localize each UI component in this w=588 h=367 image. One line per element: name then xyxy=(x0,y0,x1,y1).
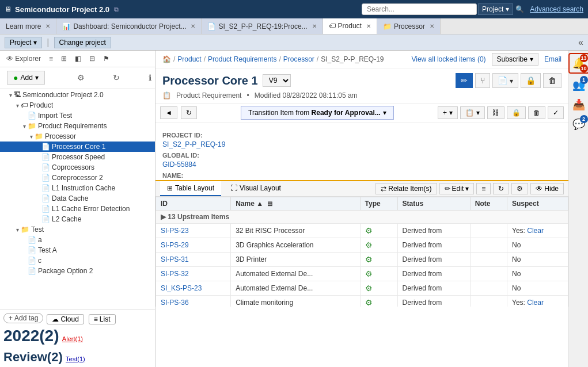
tree-item-processor[interactable]: ▾ 📁 Processor xyxy=(0,131,155,142)
tree-item-c[interactable]: 📄 c xyxy=(0,255,155,266)
cloud-button[interactable]: ☁ Cloud xyxy=(47,314,84,324)
id-link[interactable]: SI-PS-32 xyxy=(161,270,189,278)
breadcrumb-product-req[interactable]: Product Requirements xyxy=(208,55,276,63)
id-link[interactable]: SI_KS-PS-23 xyxy=(161,284,202,292)
filter-button[interactable]: ≡ xyxy=(476,183,491,194)
tree-item-processor-core-1[interactable]: 📄 Processor Core 1 xyxy=(0,142,155,152)
followers-button[interactable]: 👥 1 xyxy=(571,77,587,93)
tab-visual-layout[interactable]: ⛶ Visual Layout xyxy=(223,181,288,196)
settings-table-button[interactable]: ⚙ xyxy=(511,183,528,194)
lock-icon-btn[interactable]: 🔒 xyxy=(507,106,526,119)
tab-product[interactable]: 🏷 Product ✕ xyxy=(323,18,377,35)
alert-badge[interactable]: Alert(1) xyxy=(62,335,83,342)
tree-item-product[interactable]: ▾ 🏷 Product xyxy=(0,100,155,110)
global-id-value[interactable]: GID-55884 xyxy=(162,160,562,169)
tab-learn-more[interactable]: Learn more ✕ xyxy=(0,18,56,35)
project-id-value[interactable]: SI_S2_P-P_REQ-19 xyxy=(162,140,562,148)
table-row: SI-PS-36 Climate monitoring ⚙ Derived fr… xyxy=(156,296,568,307)
refresh-table-button[interactable]: ↻ xyxy=(493,183,509,194)
id-link[interactable]: SI-PS-31 xyxy=(161,255,189,263)
tree-item-coreprocessor2[interactable]: 📄 Coreprocessor 2 xyxy=(0,173,155,183)
tree-item-l1-cache-error[interactable]: 📄 L1 Cache Error Detection xyxy=(0,204,155,214)
tab-si-req[interactable]: 📄 SI_S2_P-P_REQ-19:Proce... ✕ xyxy=(202,18,323,35)
breadcrumb-product[interactable]: Product xyxy=(177,55,201,63)
id-link[interactable]: SI-PS-29 xyxy=(161,241,189,249)
settings-icon-btn[interactable]: ℹ xyxy=(149,73,151,82)
view-locked-link[interactable]: View all locked items (0) xyxy=(411,55,485,63)
relate-items-button[interactable]: ⇄ Relate Item(s) xyxy=(375,183,437,194)
advanced-search-link[interactable]: Advanced search xyxy=(530,5,583,13)
tab-dashboard[interactable]: 📊 Dashboard: Semiconductor Project... ✕ xyxy=(56,18,202,35)
close-icon[interactable]: ✕ xyxy=(312,23,317,29)
id-link[interactable]: SI-PS-36 xyxy=(161,299,189,307)
trash-icon-btn[interactable]: 🗑 xyxy=(528,106,545,119)
icon2-btn[interactable]: ⊟ xyxy=(86,53,98,64)
hide-button[interactable]: 👁 Hide xyxy=(530,183,564,194)
transition-button[interactable]: Transition Item from Ready for Approval.… xyxy=(241,106,394,120)
close-icon[interactable]: ✕ xyxy=(191,23,195,29)
notifications-button[interactable]: 🔔 13 10 xyxy=(571,55,587,71)
refresh-icon-btn[interactable]: ↻ xyxy=(113,73,120,82)
check-icon-btn[interactable]: ✓ xyxy=(548,106,564,119)
tree-item-import-test[interactable]: 📄 Import Test xyxy=(0,110,155,121)
edit-button[interactable]: ✏ xyxy=(456,73,473,88)
link-icon-btn[interactable]: ⛓ xyxy=(487,106,504,119)
list-button[interactable]: ≡ List xyxy=(89,314,116,324)
close-icon[interactable]: ✕ xyxy=(366,23,371,29)
tree-item-coprocessors[interactable]: 📄 Coprocessors xyxy=(0,162,155,173)
change-project-button[interactable]: Change project xyxy=(54,37,111,48)
back-button[interactable]: ◄ xyxy=(160,106,177,119)
subscribe-button[interactable]: Subscribe ▾ xyxy=(492,53,538,66)
filter-icon-btn[interactable]: ≡ xyxy=(46,53,56,64)
close-icon[interactable]: ✕ xyxy=(45,23,50,29)
icon1-btn[interactable]: ◧ xyxy=(72,53,84,64)
email-link[interactable]: Email xyxy=(544,55,562,63)
close-icon[interactable]: ✕ xyxy=(430,23,434,29)
sort-icon[interactable]: ⊞ xyxy=(267,200,272,207)
download-button[interactable]: 📥 xyxy=(571,97,587,113)
breadcrumb-processor[interactable]: Processor xyxy=(283,55,314,63)
tree-item-a[interactable]: 📄 a xyxy=(0,235,155,245)
test-badge[interactable]: Test(1) xyxy=(66,355,85,362)
tree-item-product-req[interactable]: ▾ 📁 Product Requirements xyxy=(0,121,155,131)
tab-processor[interactable]: 📁 Processor ✕ xyxy=(377,18,441,35)
grid-icon-btn[interactable]: ⊞ xyxy=(58,53,70,64)
version-select[interactable]: V9 xyxy=(263,74,291,87)
gear-icon-btn[interactable]: ⚙ xyxy=(77,73,85,82)
table-row: SI_KS-PS-23 Automated External De... ⚙ D… xyxy=(156,281,568,296)
tree-item-l2-cache[interactable]: 📄 L2 Cache xyxy=(0,214,155,224)
tree-item-processor-speed[interactable]: 📄 Processor Speed xyxy=(0,152,155,162)
tree-item-data-cache[interactable]: 📄 Data Cache xyxy=(0,193,155,204)
project-button[interactable]: Project ▾ xyxy=(5,37,42,48)
comment-button[interactable]: 💬 2 xyxy=(571,116,587,132)
doc-icon-btn[interactable]: 📋 ▾ xyxy=(460,106,485,119)
collapse-section-icon[interactable]: ▶ xyxy=(161,213,166,221)
add-action-button[interactable]: + ▾ xyxy=(438,106,458,119)
add-button[interactable]: ● Add ▾ xyxy=(7,71,45,85)
flag-icon-btn[interactable]: ⚑ xyxy=(100,53,112,64)
id-link[interactable]: SI-PS-23 xyxy=(161,227,189,235)
clear-link[interactable]: Clear xyxy=(527,299,544,307)
tree-root[interactable]: ▾ 🏗 Semiconductor Project 2.0 xyxy=(0,90,155,100)
project-dropdown[interactable]: Project ▾ xyxy=(478,3,513,15)
explorer-tab[interactable]: 👁 Explorer xyxy=(3,53,44,64)
branch-button[interactable]: ⑂ xyxy=(475,73,490,88)
clear-link[interactable]: Clear xyxy=(527,227,544,235)
search-input[interactable] xyxy=(362,3,477,15)
doc-action-button[interactable]: 📄 ▾ xyxy=(492,73,518,88)
type-icon: ⚙ xyxy=(365,269,373,278)
tree-item-package-option-2[interactable]: 📄 Package Option 2 xyxy=(0,266,155,276)
collapse-icon[interactable]: « xyxy=(578,37,583,48)
add-tag-button[interactable]: + Add tag xyxy=(3,313,43,323)
tab-table-layout[interactable]: ⊞ Table Layout xyxy=(160,181,221,196)
edit-button[interactable]: ✏ Edit ▾ xyxy=(439,183,475,194)
lock-button[interactable]: 🔒 xyxy=(521,73,541,88)
tree-item-test-a[interactable]: 📄 Test A xyxy=(0,245,155,255)
tree-item-l1-instruction-cache[interactable]: 📄 L1 Instruction Cache xyxy=(0,183,155,193)
tree-label: Semiconductor Project 2.0 xyxy=(22,91,104,99)
add-toolbar-row: ● Add ▾ ⚙ ↻ ℹ xyxy=(0,67,155,89)
refresh-button[interactable]: ↻ xyxy=(181,106,197,119)
tree-item-test[interactable]: ▾ 📁 Test xyxy=(0,224,155,235)
delete-button[interactable]: 🗑 xyxy=(543,73,562,88)
expand-icon: ▾ xyxy=(14,227,21,233)
